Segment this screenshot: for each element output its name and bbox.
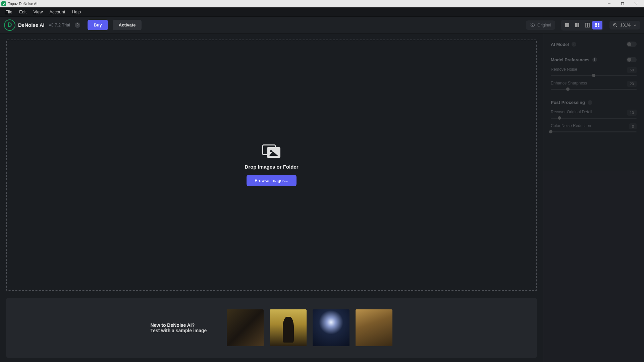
zoom-icon	[613, 23, 618, 27]
svg-rect-7	[585, 23, 587, 27]
ai-model-toggle[interactable]	[627, 42, 637, 47]
enhance-sharpness-label: Enhance Sharpness	[551, 81, 587, 87]
svg-rect-8	[588, 23, 590, 27]
menu-account[interactable]: Account	[46, 8, 68, 16]
images-icon	[262, 144, 281, 159]
drop-text: Drop Images or Folder	[245, 164, 298, 170]
menu-edit[interactable]: Edit	[16, 8, 30, 16]
remove-noise-value: 50	[627, 67, 637, 73]
sample-image-3[interactable]	[313, 309, 350, 346]
chevron-down-icon	[633, 23, 637, 27]
samples-panel: New to DeNoise AI? Test with a sample im…	[6, 298, 537, 358]
menu-file[interactable]: File	[2, 8, 16, 16]
close-button[interactable]	[629, 0, 643, 7]
svg-rect-5	[575, 23, 577, 27]
sample-thumbnails	[227, 309, 392, 346]
canvas-area: Drop Images or Folder Browse Images... N…	[0, 34, 543, 362]
svg-line-14	[616, 25, 617, 27]
sample-image-2[interactable]	[270, 309, 307, 346]
recover-detail-label: Recover Original Detail	[551, 110, 592, 116]
toolbar: D DeNoise AI v3.7.2 Trial ? Buy Activate…	[0, 17, 644, 34]
app-logo: D	[4, 19, 15, 31]
help-icon[interactable]: ?	[75, 22, 80, 28]
buy-button[interactable]: Buy	[88, 20, 108, 30]
samples-text: New to DeNoise AI? Test with a sample im…	[151, 322, 207, 333]
sample-image-4[interactable]	[356, 309, 392, 346]
view-split-vertical-button[interactable]	[572, 21, 582, 29]
view-single-button[interactable]	[562, 21, 572, 29]
zoom-value: 131%	[620, 23, 631, 27]
info-icon[interactable]: i	[592, 57, 597, 62]
model-prefs-toggle[interactable]	[627, 57, 637, 62]
samples-heading: New to DeNoise AI?	[151, 322, 207, 328]
svg-rect-4	[565, 23, 569, 27]
post-processing-title: Post Processing i	[551, 100, 592, 105]
svg-rect-6	[578, 23, 580, 27]
view-side-by-side-button[interactable]	[582, 21, 592, 29]
settings-panel: AI Model i Model Preferences i Remove No…	[543, 34, 644, 362]
view-grid-button[interactable]	[592, 21, 602, 29]
ai-model-title: AI Model i	[551, 42, 576, 47]
view-mode-group	[561, 20, 603, 31]
sample-image-1[interactable]	[227, 309, 264, 346]
enhance-sharpness-value: 20	[627, 81, 637, 87]
minimize-button[interactable]	[602, 0, 616, 7]
original-toggle[interactable]: Original	[526, 20, 555, 30]
svg-rect-1	[622, 3, 624, 5]
menu-bar: File Edit View Account Help	[0, 7, 644, 17]
menu-help[interactable]: Help	[68, 8, 84, 16]
recover-detail-slider[interactable]: Recover Original Detail 10	[551, 110, 637, 119]
activate-button[interactable]: Activate	[113, 20, 142, 30]
info-icon[interactable]: i	[588, 100, 592, 105]
zoom-control[interactable]: 131%	[609, 21, 640, 29]
eye-off-icon	[530, 22, 535, 28]
app-name: DeNoise AI	[18, 22, 45, 28]
app-version: v3.7.2 Trial	[49, 22, 70, 27]
maximize-button[interactable]	[616, 0, 629, 7]
info-icon[interactable]: i	[572, 42, 576, 47]
model-prefs-title: Model Preferences i	[551, 57, 597, 62]
menu-view[interactable]: View	[30, 8, 46, 16]
samples-subheading: Test with a sample image	[151, 328, 207, 333]
svg-rect-11	[595, 25, 597, 27]
window-title: Topaz DeNoise AI	[8, 2, 37, 6]
color-noise-slider[interactable]: Color Noise Reduction 0	[551, 123, 637, 132]
color-noise-value: 0	[629, 123, 637, 129]
color-noise-label: Color Noise Reduction	[551, 123, 591, 129]
recover-detail-value: 10	[627, 110, 637, 116]
svg-rect-12	[598, 25, 599, 27]
remove-noise-slider[interactable]: Remove Noise 50	[551, 67, 637, 76]
drop-zone[interactable]: Drop Images or Folder Browse Images...	[6, 40, 537, 291]
remove-noise-label: Remove Noise	[551, 67, 577, 73]
app-icon: D	[1, 1, 6, 6]
enhance-sharpness-slider[interactable]: Enhance Sharpness 20	[551, 81, 637, 90]
svg-rect-10	[598, 23, 599, 25]
window-title-bar: D Topaz DeNoise AI	[0, 0, 644, 7]
browse-images-button[interactable]: Browse Images...	[247, 175, 296, 186]
svg-rect-9	[595, 23, 597, 25]
original-label: Original	[537, 23, 551, 27]
